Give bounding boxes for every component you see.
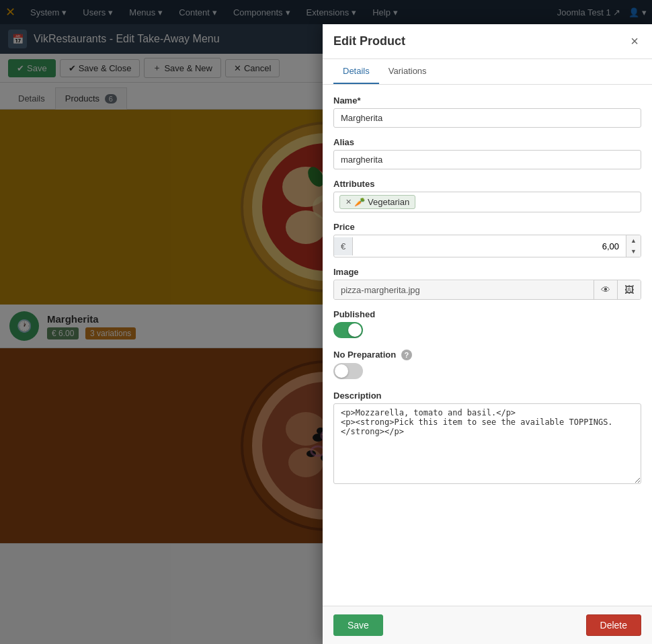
- attribute-label: Vegetarian: [368, 197, 409, 207]
- modal-tab-variations[interactable]: Variations: [379, 59, 436, 84]
- toggle-knob-off: [335, 364, 348, 378]
- attributes-field-group: Attributes ✕ 🥕 Vegetarian: [333, 179, 641, 212]
- alias-input[interactable]: [333, 150, 641, 169]
- edit-product-modal: Edit Product × Details Variations Name* …: [323, 24, 652, 544]
- image-input-group: 👁 🖼: [333, 280, 641, 300]
- image-label: Image: [333, 267, 641, 277]
- no-preparation-label: No Preparation ?: [333, 350, 641, 360]
- description-input[interactable]: <p>Mozzarella, tomato and basil.</p> <p>…: [333, 403, 641, 484]
- attributes-container: ✕ 🥕 Vegetarian: [333, 192, 641, 212]
- price-input-group: € ▲ ▼: [333, 235, 641, 257]
- published-field-group: Published: [333, 309, 641, 340]
- help-icon[interactable]: ?: [401, 350, 412, 360]
- alias-label: Alias: [333, 137, 641, 147]
- toggle-track-off: [333, 363, 363, 379]
- description-field-group: Description <p>Mozzarella, tomato and ba…: [333, 391, 641, 486]
- modal-tab-details[interactable]: Details: [333, 59, 379, 84]
- no-preparation-toggle[interactable]: [333, 363, 363, 379]
- published-label: Published: [333, 309, 641, 319]
- name-input[interactable]: [333, 108, 641, 128]
- main-content: 🕐 Margherita € 6.00 3 variations Edit: [0, 110, 652, 544]
- modal-close-button[interactable]: ×: [628, 34, 641, 49]
- price-up-button[interactable]: ▲: [626, 235, 641, 246]
- published-toggle[interactable]: [333, 322, 363, 338]
- modal-body: Name* Alias Attributes ✕ 🥕 Vegetarian: [323, 85, 652, 544]
- modal-header: Edit Product ×: [323, 24, 652, 59]
- toggle-knob: [348, 323, 362, 337]
- price-label: Price: [333, 222, 641, 232]
- image-select-button[interactable]: 🖼: [617, 280, 641, 299]
- image-preview-button[interactable]: 👁: [594, 280, 617, 299]
- name-label: Name*: [333, 95, 641, 106]
- image-field-group: Image 👁 🖼: [333, 267, 641, 300]
- price-input[interactable]: [353, 237, 626, 255]
- attribute-tag-vegetarian[interactable]: ✕ 🥕 Vegetarian: [339, 195, 415, 209]
- remove-attribute-button[interactable]: ✕: [345, 198, 352, 206]
- no-preparation-field-group: No Preparation ?: [333, 350, 641, 381]
- name-field-group: Name*: [333, 95, 641, 128]
- modal-title: Edit Product: [333, 34, 405, 48]
- price-spinners: ▲ ▼: [626, 235, 641, 257]
- modal-tabs: Details Variations: [323, 59, 652, 85]
- description-label: Description: [333, 391, 641, 401]
- attributes-label: Attributes: [333, 179, 641, 189]
- price-currency: €: [334, 237, 353, 255]
- image-input: [334, 281, 594, 299]
- price-field-group: Price € ▲ ▼: [333, 222, 641, 257]
- price-down-button[interactable]: ▼: [626, 246, 641, 257]
- toggle-track: [333, 322, 363, 338]
- attribute-icon: 🥕: [354, 197, 365, 207]
- alias-field-group: Alias: [333, 137, 641, 169]
